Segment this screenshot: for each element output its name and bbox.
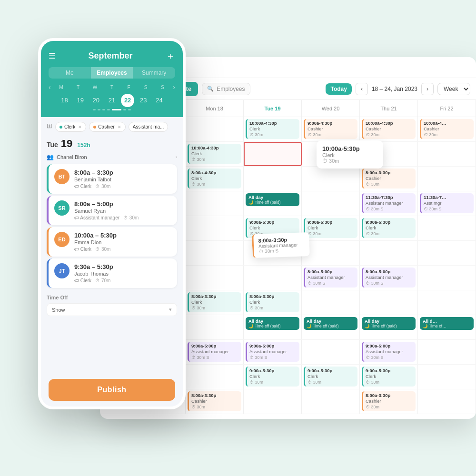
mobile-shift-card[interactable]: BT 8:00a – 3:30p Benjamin Talbot 🏷 Clerk… <box>47 164 177 194</box>
mobile-body[interactable]: ⊞ Clerk ✕ Cashier ✕ Assistant ma... Tue … <box>41 117 183 373</box>
day-cell-jacob-fri[interactable] <box>418 216 476 240</box>
day-number[interactable]: 23 <box>137 94 150 107</box>
day-cell-sophia-tue[interactable]: All day 🌙 Time off (paid) <box>244 191 302 216</box>
shift-block[interactable]: 9:00a-5:30p Clerk ⏱ 30m <box>246 367 299 387</box>
day-cell-sarah-wed[interactable] <box>302 167 360 191</box>
shift-block[interactable]: 9:00a-5:30p Clerk ⏱ 30m <box>362 218 416 238</box>
shift-block[interactable]: 8:00a-3:30p Clerk ⏱ 30m <box>246 292 299 312</box>
next-week-button[interactable]: › <box>421 83 434 95</box>
day-cell-sarah-mon[interactable]: 8:00a-4:30p Clerk ⏱ 30m <box>186 167 244 191</box>
tab-summary[interactable]: Summary <box>133 67 175 79</box>
shift-block[interactable]: 11:30a-7… Asst mgr ⏱ 30m S <box>420 193 474 213</box>
search-input-wrap[interactable]: 🔍 Employees <box>202 83 250 95</box>
day-cell-david-thu[interactable]: All day 🌙 Time off (paid) <box>360 315 418 339</box>
day-cell-open-wed[interactable]: 9:00a-4:30p Cashier ⏱ 30m <box>302 117 360 141</box>
day-cell-david-fri[interactable]: All d… 🌙 Time of… <box>418 315 476 339</box>
shift-block[interactable]: 8:00a-3:30p Cashier ⏱ 30m <box>362 169 416 188</box>
chevron-right-icon[interactable]: › <box>176 155 177 159</box>
dropdown-icon[interactable]: ▾ <box>169 307 172 313</box>
day-cell-jacob-wed[interactable]: 9:00a-5:30p Clerk ⏱ 30m <box>302 216 360 240</box>
day-number[interactable]: 19 <box>74 94 87 107</box>
time-off-block[interactable]: All day 🌙 Time off (paid) <box>304 317 357 330</box>
shift-block[interactable]: 8:00a-5:00p Assistant manager ⏱ 30m S <box>362 268 416 288</box>
day-cell-sarah-tue[interactable] <box>244 167 302 191</box>
shift-block[interactable]: 10:00a-4:30p Cashier ⏱ 30m <box>362 119 416 139</box>
drag-shift-card[interactable]: 8:00a-3:30p Assistant manager ⏱ 30m S <box>252 232 310 258</box>
day-number[interactable]: 21 <box>105 94 119 107</box>
time-off-block[interactable]: All day 🌙 Time off (paid) <box>362 317 416 330</box>
day-cell-sophia-wed[interactable] <box>302 191 360 216</box>
day-cell-open-thu[interactable]: 10:00a-4:30p Cashier ⏱ 30m <box>360 117 418 141</box>
remove-filter-icon[interactable]: ✕ <box>78 125 82 129</box>
day-cell-julia-wed[interactable]: 9:00a-5:30p Clerk ⏱ 30m <box>302 365 360 389</box>
day-cell-samuel-wed[interactable]: 8:00a-5:00p Assistant manager ⏱ 30m S <box>302 266 360 290</box>
day-cell-sarah-thu[interactable]: 8:00a-3:30p Cashier ⏱ 30m <box>360 167 418 191</box>
shift-block[interactable]: 9:00a-5:30p Clerk ⏱ 30m <box>304 218 357 238</box>
day-cell-open-tue[interactable]: 10:00a-4:30p Clerk ⏱ 30m <box>244 117 302 141</box>
mobile-shift-card[interactable]: ED 10:00a – 5:30p Emma Dion 🏷 Clerk ⏱ 30… <box>47 227 177 257</box>
shift-block[interactable]: 9:00a-5:30p Clerk ⏱ 30m <box>304 367 357 387</box>
shift-block[interactable]: 9:00a-4:30p Cashier ⏱ 30m <box>304 119 357 139</box>
tab-me[interactable]: Me <box>49 67 91 79</box>
shift-block[interactable]: 10:00a-4… Cashier ⏱ 30m <box>420 119 474 139</box>
day-cell-benjamin-mon[interactable]: 8:00a-3:30p Clerk ⏱ 30m <box>186 290 244 315</box>
filter-chip-clerk[interactable]: Clerk ✕ <box>55 122 86 132</box>
filter-chip-cashier[interactable]: Cashier ✕ <box>89 122 125 132</box>
publish-button[interactable]: Publish <box>49 379 175 401</box>
day-cell-open-fri[interactable]: 10:00a-4… Cashier ⏱ 30m <box>418 117 476 141</box>
shift-block[interactable]: 8:00a-5:00p Assistant manager ⏱ 30m S <box>304 268 357 288</box>
day-cell-alex-mon[interactable]: 9:00a-5:00p Assistant manager ⏱ 30m S <box>186 340 244 364</box>
day-cell-sophia-thu[interactable]: 11:30a-7:30p Assistant manager ⏱ 30m S <box>360 191 418 216</box>
mobile-next-arrow[interactable]: › <box>173 83 175 91</box>
mobile-filter-icon[interactable]: ⊞ <box>47 122 52 132</box>
shift-block[interactable]: 8:00a-3:30p Cashier ⏱ 30m <box>188 391 241 411</box>
shift-block[interactable]: 8:00a-4:30p Clerk ⏱ 30m <box>188 169 241 188</box>
shift-block[interactable]: 9:00a-5:30p Clerk ⏱ 30m <box>362 367 416 387</box>
day-cell-charlotte-mon[interactable]: 8:00a-3:30p Cashier ⏱ 30m <box>186 389 244 414</box>
day-cell-jacob-mon[interactable] <box>186 216 244 240</box>
day-cell-emma-mon[interactable]: 10:00a-4:30p Clerk ⏱ 30m <box>186 142 244 166</box>
shift-block[interactable]: 9:00a-5:00p Assistant manager ⏱ 30m S <box>362 342 416 362</box>
filter-chip-assistant[interactable]: Assistant ma... <box>129 122 169 132</box>
today-button[interactable]: Today <box>326 83 351 95</box>
mobile-prev-arrow[interactable]: ‹ <box>49 83 51 91</box>
day-cell-sophia-mon[interactable] <box>186 191 244 216</box>
day-cell-emma-fri[interactable] <box>418 142 476 166</box>
mobile-shift-card[interactable]: SR 8:00a – 5:00p Samuel Ryan 🏷 Assistant… <box>47 196 177 225</box>
day-cell-julia-thu[interactable]: 9:00a-5:30p Clerk ⏱ 30m <box>360 365 418 389</box>
shift-block[interactable]: 10:00a-4:30p Clerk ⏱ 30m <box>246 119 299 139</box>
day-number[interactable]: 20 <box>89 94 103 107</box>
day-cell-alex-tue[interactable]: 9:00a-5:00p Assistant manager ⏱ 30m S <box>244 340 302 364</box>
day-cell-samuel-thu[interactable]: 8:00a-5:00p Assistant manager ⏱ 30m S <box>360 266 418 290</box>
day-number[interactable]: 24 <box>152 94 166 107</box>
day-number-active[interactable]: 22 <box>121 94 134 107</box>
week-select[interactable]: Week <box>437 83 470 95</box>
tab-employees[interactable]: Employees <box>91 67 133 79</box>
mobile-shift-card[interactable]: JT 9:30a – 5:30p Jacob Thomas 🏷 Clerk ⏱ … <box>47 258 177 288</box>
day-cell-sophia-fri[interactable]: 11:30a-7… Asst mgr ⏱ 30m S <box>418 191 476 216</box>
shift-block[interactable]: 9:00a-5:00p Assistant manager ⏱ 30m S <box>188 342 241 362</box>
prev-week-button[interactable]: ‹ <box>356 83 368 95</box>
day-number[interactable]: 18 <box>58 94 71 107</box>
mobile-add-icon[interactable]: ＋ <box>166 50 175 62</box>
time-off-block[interactable]: All day 🌙 Time off (paid) <box>246 317 299 330</box>
time-off-block[interactable]: All day 🌙 Time off (paid) <box>246 193 299 206</box>
time-off-block[interactable]: All d… 🌙 Time of… <box>420 317 474 330</box>
shift-block[interactable]: 8:00a-3:30p Cashier ⏱ 30m <box>362 391 416 411</box>
day-cell-benjamin-tue[interactable]: 8:00a-3:30p Clerk ⏱ 30m <box>244 290 302 315</box>
shift-block[interactable]: 8:00a-3:30p Clerk ⏱ 30m <box>188 292 241 312</box>
day-cell-sarah-fri[interactable] <box>418 167 476 191</box>
day-cell-julia-tue[interactable]: 9:00a-5:30p Clerk ⏱ 30m <box>244 365 302 389</box>
day-cell-david-tue[interactable]: All day 🌙 Time off (paid) <box>244 315 302 339</box>
day-cell-charlotte-thu[interactable]: 8:00a-3:30p Cashier ⏱ 30m <box>360 389 418 414</box>
shift-block[interactable]: 9:00a-5:00p Assistant manager ⏱ 30m S <box>246 342 299 362</box>
time-off-toggle[interactable]: Show ▾ <box>47 303 177 316</box>
day-cell-david-wed[interactable]: All day 🌙 Time off (paid) <box>302 315 360 339</box>
remove-filter-icon[interactable]: ✕ <box>118 125 121 129</box>
day-cell-open-mon[interactable] <box>186 117 244 141</box>
shift-block[interactable]: 11:30a-7:30p Assistant manager ⏱ 30m S <box>362 193 416 213</box>
day-cell-alex-thu[interactable]: 9:00a-5:00p Assistant manager ⏱ 30m S <box>360 340 418 364</box>
shift-block[interactable]: 10:00a-4:30p Clerk ⏱ 30m <box>188 144 241 164</box>
hamburger-menu-icon[interactable]: ☰ <box>49 51 55 60</box>
day-cell-emma-tue[interactable] <box>244 142 302 166</box>
